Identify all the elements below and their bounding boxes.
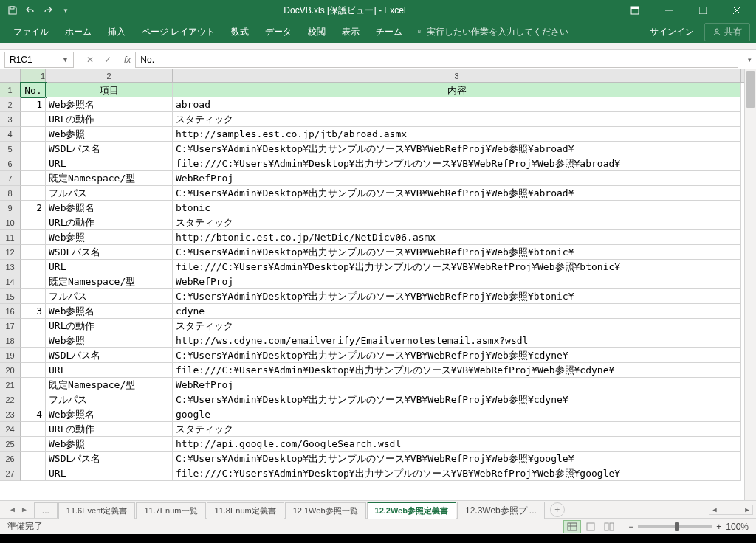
formula-expand-icon[interactable]: ▾	[743, 56, 756, 63]
cell-no[interactable]	[21, 437, 46, 452]
tab-view[interactable]: 表示	[334, 21, 367, 43]
row-header[interactable]: 24	[0, 422, 21, 437]
cell-no[interactable]	[21, 422, 46, 437]
row-header[interactable]: 8	[0, 186, 21, 201]
cell-no[interactable]: 2	[21, 201, 46, 215]
select-all-corner[interactable]	[0, 69, 21, 83]
tab-pagelayout[interactable]: ページ レイアウト	[134, 21, 222, 43]
cell-item[interactable]: WSDLパス名	[46, 245, 173, 260]
row-header[interactable]: 14	[0, 274, 21, 289]
cell-item[interactable]: Web参照名	[46, 407, 173, 422]
fx-icon[interactable]: fx	[120, 55, 135, 65]
row-header[interactable]: 5	[0, 142, 21, 156]
cell-no[interactable]	[21, 466, 46, 481]
cell-item[interactable]: Web参照名	[46, 97, 173, 112]
sheet-tab-enum-def[interactable]: 11.8Enum定義書	[207, 502, 284, 519]
cell-header-content[interactable]: 内容	[173, 83, 741, 97]
tab-team[interactable]: チーム	[368, 21, 410, 43]
row-header[interactable]: 16	[0, 304, 21, 319]
cell-item[interactable]: WSDLパス名	[46, 348, 173, 363]
cell-item[interactable]: WSDLパス名	[46, 142, 173, 156]
cell-no[interactable]: 1	[21, 97, 46, 112]
cell-content[interactable]: スタティック	[173, 422, 741, 437]
cell-content[interactable]: C:¥Users¥Admin¥Desktop¥出力サンプルのソース¥VB¥Web…	[173, 289, 741, 304]
share-button[interactable]: 共有	[704, 23, 750, 41]
cell-content[interactable]: WebRefProj	[173, 274, 741, 289]
cell-no[interactable]: 3	[21, 304, 46, 319]
new-sheet-button[interactable]: +	[550, 502, 565, 517]
cell-no[interactable]	[21, 245, 46, 260]
cell-no[interactable]: 4	[21, 407, 46, 422]
tab-data[interactable]: データ	[258, 21, 299, 43]
cell-no[interactable]	[21, 392, 46, 407]
cell-item[interactable]: URLの動作	[46, 215, 173, 230]
zoom-out-button[interactable]: −	[628, 522, 633, 532]
cell-content[interactable]: http://samples.est.co.jp/jtb/abroad.asmx	[173, 127, 741, 142]
row-header[interactable]: 9	[0, 201, 21, 215]
row-header[interactable]: 22	[0, 392, 21, 407]
row-header[interactable]: 3	[0, 112, 21, 127]
cell-no[interactable]	[21, 363, 46, 378]
cell-content[interactable]: abroad	[173, 97, 741, 112]
col-header-3[interactable]: 3	[173, 69, 741, 82]
cell-content[interactable]: http://ws.cdyne.com/emailverify/Emailver…	[173, 333, 741, 348]
cell-item[interactable]: Web参照名	[46, 304, 173, 319]
cell-content[interactable]: WebRefProj	[173, 378, 741, 392]
cell-item[interactable]: フルパス	[46, 186, 173, 201]
tab-insert[interactable]: 挿入	[100, 21, 133, 43]
sheet-tab-prev-overflow[interactable]: ...	[34, 502, 58, 518]
cell-item[interactable]: URLの動作	[46, 319, 173, 333]
enter-formula-icon[interactable]: ✓	[102, 55, 114, 65]
col-header-1[interactable]: 1	[21, 69, 46, 82]
cell-item[interactable]: フルパス	[46, 289, 173, 304]
cell-content[interactable]: file:///C:¥Users¥Admin¥Desktop¥出力サンプルのソー…	[173, 156, 741, 171]
view-pagelayout-icon[interactable]	[582, 520, 599, 533]
cell-no[interactable]	[21, 319, 46, 333]
row-header[interactable]: 11	[0, 230, 21, 245]
cell-content[interactable]: スタティック	[173, 112, 741, 127]
cell-no[interactable]	[21, 171, 46, 186]
row-header[interactable]: 17	[0, 319, 21, 333]
sheet-tab-webref-list[interactable]: 12.1Web参照一覧	[285, 502, 366, 519]
row-header[interactable]: 4	[0, 127, 21, 142]
cell-header-item[interactable]: 項目	[46, 83, 173, 97]
cell-content[interactable]: WebRefProj	[173, 171, 741, 186]
close-button[interactable]	[721, 0, 753, 21]
cell-content[interactable]: C:¥Users¥Admin¥Desktop¥出力サンプルのソース¥VB¥Web…	[173, 348, 741, 363]
view-normal-icon[interactable]	[563, 520, 581, 533]
row-header[interactable]: 20	[0, 363, 21, 378]
cell-no[interactable]	[21, 156, 46, 171]
cell-item[interactable]: URLの動作	[46, 112, 173, 127]
cell-content[interactable]: file:///C:¥Users¥Admin¥Desktop¥出力サンプルのソー…	[173, 260, 741, 274]
cell-no[interactable]	[21, 333, 46, 348]
cell-item[interactable]: WSDLパス名	[46, 452, 173, 466]
col-header-2[interactable]: 2	[46, 69, 173, 82]
cell-no[interactable]	[21, 260, 46, 274]
row-header[interactable]: 7	[0, 171, 21, 186]
row-header[interactable]: 12	[0, 245, 21, 260]
cell-header-no[interactable]: No.	[21, 83, 46, 97]
cell-item[interactable]: URL	[46, 363, 173, 378]
row-header[interactable]: 2	[0, 97, 21, 112]
row-header[interactable]: 19	[0, 348, 21, 363]
cell-content[interactable]: cdyne	[173, 304, 741, 319]
cell-no[interactable]	[21, 378, 46, 392]
cell-content[interactable]: C:¥Users¥Admin¥Desktop¥出力サンプルのソース¥VB¥Web…	[173, 452, 741, 466]
zoom-level[interactable]: 100%	[726, 522, 749, 532]
cell-item[interactable]: URL	[46, 156, 173, 171]
sheet-tab-enum-list[interactable]: 11.7Enum一覧	[136, 502, 205, 519]
chevron-down-icon[interactable]: ▼	[62, 56, 69, 63]
formula-input[interactable]: No.	[135, 52, 738, 68]
name-box[interactable]: R1C1 ▼	[4, 52, 74, 68]
row-header[interactable]: 25	[0, 437, 21, 452]
sheet-tab-event[interactable]: 11.6Event定義書	[58, 502, 136, 519]
cell-content[interactable]: http://api.google.com/GoogleSearch.wsdl	[173, 437, 741, 452]
tab-home[interactable]: ホーム	[58, 21, 99, 43]
row-header[interactable]: 6	[0, 156, 21, 171]
cell-no[interactable]	[21, 112, 46, 127]
cell-content[interactable]: http://btonic.est.co.jp/NetDic/NetDicv06…	[173, 230, 741, 245]
cell-no[interactable]	[21, 274, 46, 289]
vertical-scrollbar[interactable]	[744, 69, 756, 500]
row-header[interactable]: 1	[0, 83, 21, 97]
cell-content[interactable]: スタティック	[173, 215, 741, 230]
